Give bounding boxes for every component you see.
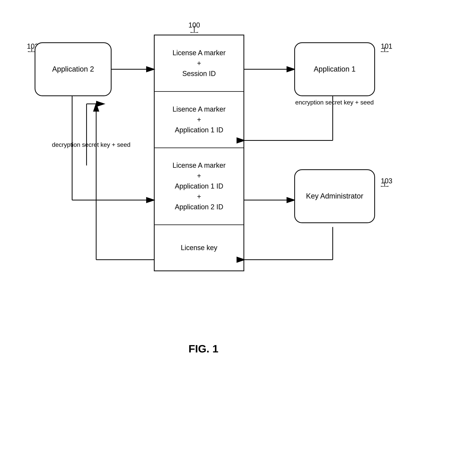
application1-box: Application 1 bbox=[294, 42, 375, 96]
cell-session-id: License A marker+Session ID bbox=[155, 35, 244, 92]
figure-label: FIG. 1 bbox=[189, 342, 219, 355]
decryption-label: decryption secret key + seed bbox=[52, 140, 130, 149]
cell2-text: Lisence A marker+Application 1 ID bbox=[172, 104, 226, 135]
central-table: License A marker+Session ID Lisence A ma… bbox=[154, 35, 244, 271]
cell-license-key: License key bbox=[155, 225, 244, 271]
application2-label: Application 2 bbox=[52, 64, 94, 74]
cell-app1-id: Lisence A marker+Application 1 ID bbox=[155, 92, 244, 148]
application1-label: Application 1 bbox=[314, 64, 356, 74]
cell1-text: License A marker+Session ID bbox=[172, 48, 226, 79]
cell4-text: License key bbox=[181, 242, 217, 253]
encryption-label: encryption secret key + seed bbox=[295, 98, 374, 107]
cell-app1-app2-id: License A marker+Application 1 ID+Applic… bbox=[155, 148, 244, 225]
cell3-text: License A marker+Application 1 ID+Applic… bbox=[172, 160, 226, 212]
key-administrator-label: Key Administrator bbox=[306, 191, 363, 201]
application2-box: Application 2 bbox=[35, 42, 112, 96]
key-administrator-box: Key Administrator bbox=[294, 169, 375, 223]
